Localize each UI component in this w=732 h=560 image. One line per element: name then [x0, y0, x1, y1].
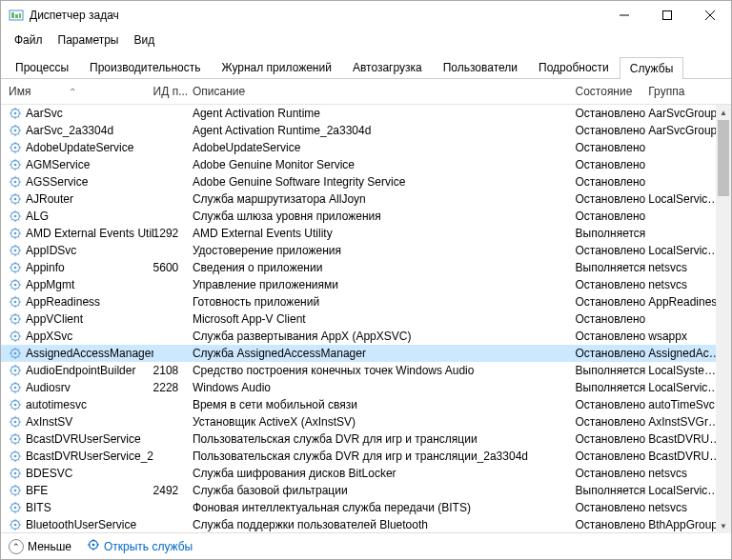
cell-name: AppIDSvc: [26, 244, 76, 257]
table-row[interactable]: AppReadinessГотовность приложенийОстанов…: [1, 293, 731, 310]
table-row[interactable]: AppVClientMicrosoft App-V ClientОстановл…: [1, 310, 731, 328]
table-row[interactable]: AarSvcAgent Activation RuntimeОстановлен…: [1, 105, 731, 122]
table-row[interactable]: ALGСлужба шлюза уровня приложенияОстанов…: [1, 208, 731, 225]
cell-pid: 1292: [153, 227, 193, 240]
cell-state: Выполняется: [576, 364, 649, 377]
table-row[interactable]: BluetoothUserServiceСлужба поддержки пол…: [1, 516, 731, 532]
column-headers: Имя⌃ ИД п... Описание Состояние Группа: [1, 79, 731, 105]
cell-description: Установщик ActiveX (AxInstSV): [193, 415, 576, 429]
table-row[interactable]: BDESVCСлужба шифрования дисков BitLocker…: [1, 465, 731, 482]
cell-description: Microsoft App-V Client: [193, 312, 576, 326]
cell-state: Остановлено: [576, 278, 649, 291]
svg-rect-2: [15, 14, 18, 18]
cell-description: Сведения о приложении: [193, 261, 576, 274]
header-state[interactable]: Состояние: [576, 85, 649, 98]
cell-name: AssignedAccessManagerSvc: [26, 347, 153, 360]
table-row[interactable]: AppMgmtУправление приложениямиОстановлен…: [1, 276, 731, 293]
cell-name: Appinfo: [26, 261, 65, 274]
tab-strip: Процессы Производительность Журнал прило…: [1, 52, 731, 79]
gear-icon: [9, 210, 22, 223]
cell-name: AppXSvc: [26, 330, 72, 343]
scroll-up-icon[interactable]: ▲: [716, 105, 731, 120]
scrollbar[interactable]: ▲ ▼: [716, 105, 731, 533]
svg-point-21: [14, 215, 17, 218]
gear-icon: [9, 227, 22, 240]
gear-icon: [9, 484, 22, 497]
cell-name: AMD External Events Utility: [26, 227, 153, 240]
cell-description: Служба базовой фильтрации: [193, 484, 576, 497]
cell-description: AdobeUpdateService: [193, 141, 576, 154]
cell-group: autoTimeSvc: [648, 398, 723, 411]
table-row[interactable]: AdobeUpdateServiceAdobeUpdateServiceОста…: [1, 139, 731, 156]
table-row[interactable]: AMD External Events Utility1292AMD Exter…: [1, 225, 731, 242]
cell-group: LocalSystemN...: [648, 364, 723, 377]
scrollbar-thumb[interactable]: [718, 120, 729, 196]
tab-startup[interactable]: Автозагрузка: [342, 56, 433, 78]
svg-point-19: [14, 198, 17, 201]
cell-group: AppReadiness: [648, 295, 723, 309]
table-row[interactable]: Audiosrv2228Windows AudioВыполняетсяLoca…: [1, 379, 731, 396]
table-row[interactable]: BcastDVRUserService_2a33...Пользовательс…: [1, 448, 731, 465]
chevron-up-icon: ⌃: [9, 539, 24, 554]
svg-point-17: [14, 181, 17, 184]
menubar: Файл Параметры Вид: [1, 30, 731, 50]
tab-details[interactable]: Подробности: [528, 56, 620, 78]
scroll-down-icon[interactable]: ▼: [716, 518, 731, 533]
header-group[interactable]: Группа: [648, 85, 723, 98]
cell-group: netsvcs: [648, 501, 723, 514]
table-row[interactable]: AppXSvcСлужба развертывания AppX (AppXSV…: [1, 328, 731, 345]
menu-view[interactable]: Вид: [126, 31, 162, 49]
table-row[interactable]: AarSvc_2a3304dAgent Activation Runtime_2…: [1, 122, 731, 139]
table-row[interactable]: BFE2492Служба базовой фильтрацииВыполняе…: [1, 482, 731, 499]
table-row[interactable]: AGSServiceAdobe Genuine Software Integri…: [1, 173, 731, 190]
menu-options[interactable]: Параметры: [51, 31, 127, 49]
cell-description: Служба поддержки пользователей Bluetooth: [193, 518, 576, 531]
table-row[interactable]: AGMServiceAdobe Genuine Monitor ServiceО…: [1, 156, 731, 173]
gear-icon: [9, 158, 22, 171]
table-row[interactable]: AppIDSvcУдостоверение приложенияОстановл…: [1, 242, 731, 259]
fewer-details-button[interactable]: ⌃ Меньше: [9, 539, 71, 554]
tab-app-history[interactable]: Журнал приложений: [212, 56, 342, 78]
cell-description: Служба шифрования дисков BitLocker: [193, 467, 576, 480]
service-list[interactable]: AarSvcAgent Activation RuntimeОстановлен…: [1, 105, 731, 532]
close-button[interactable]: [688, 1, 731, 30]
cell-state: Остановлено: [576, 295, 649, 309]
table-row[interactable]: AssignedAccessManagerSvcСлужба AssignedA…: [1, 345, 731, 362]
svg-point-45: [14, 421, 17, 424]
minimize-button[interactable]: [602, 1, 645, 30]
gear-icon: [9, 432, 22, 446]
header-description[interactable]: Описание: [193, 85, 576, 98]
gear-icon: [9, 278, 22, 291]
cell-group: AxInstSVGroup: [648, 415, 723, 429]
cell-name: AudioEndpointBuilder: [26, 364, 135, 377]
table-row[interactable]: AxInstSVУстановщик ActiveX (AxInstSV)Ост…: [1, 413, 731, 430]
tab-processes[interactable]: Процессы: [5, 56, 79, 78]
gear-icon: [9, 124, 22, 137]
tab-performance[interactable]: Производительность: [79, 56, 211, 78]
cell-state: Остановлено: [576, 432, 649, 446]
cell-description: Agent Activation Runtime_2a3304d: [193, 124, 576, 137]
cell-description: Windows Audio: [193, 381, 576, 394]
table-row[interactable]: Appinfo5600Сведения о приложенииВыполняе…: [1, 259, 731, 276]
menu-file[interactable]: Файл: [7, 31, 51, 49]
tab-services[interactable]: Службы: [620, 57, 683, 79]
table-row[interactable]: BcastDVRUserServiceПользовательская служ…: [1, 430, 731, 448]
cell-state: Остановлено: [576, 398, 649, 411]
tab-users[interactable]: Пользователи: [433, 56, 528, 78]
cell-description: Средство построения конечных точек Windo…: [193, 364, 576, 377]
table-row[interactable]: BITSФоновая интеллектуальная служба пере…: [1, 499, 731, 516]
app-icon: [9, 8, 24, 23]
table-row[interactable]: AudioEndpointBuilder2108Средство построе…: [1, 362, 731, 379]
header-name[interactable]: Имя⌃: [9, 85, 153, 98]
cell-description: Удостоверение приложения: [193, 244, 576, 257]
cell-description: Готовность приложений: [193, 295, 576, 309]
open-services-link[interactable]: Открыть службы: [87, 538, 193, 554]
gear-icon: [9, 450, 22, 463]
maximize-button[interactable]: [645, 1, 688, 30]
gear-icon: [9, 415, 22, 429]
gear-icon: [9, 175, 22, 189]
table-row[interactable]: AJRouterСлужба маршрутизатора AllJoynОст…: [1, 190, 731, 208]
svg-point-29: [14, 284, 17, 287]
table-row[interactable]: autotimesvcВремя в сети мобильной связиО…: [1, 396, 731, 413]
header-pid[interactable]: ИД п...: [153, 85, 193, 98]
